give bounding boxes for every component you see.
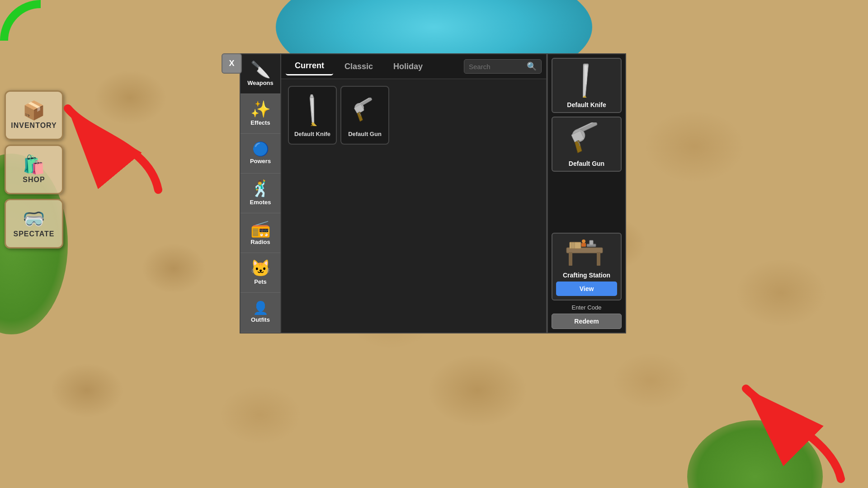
crafting-station-label: Crafting Station bbox=[563, 272, 610, 279]
category-sidebar: 🔪 Weapons ✨ Effects 🔵 Powers 🕺 Emotes 📻 … bbox=[240, 53, 280, 333]
tab-holiday[interactable]: Holiday bbox=[384, 58, 432, 75]
right-gun-image bbox=[564, 121, 609, 157]
emotes-label: Emotes bbox=[250, 199, 271, 206]
category-powers[interactable]: 🔵 Powers bbox=[241, 134, 280, 174]
right-gun-label: Default Gun bbox=[569, 160, 604, 167]
category-radios[interactable]: 📻 Radios bbox=[241, 213, 280, 253]
effects-icon: ✨ bbox=[250, 101, 271, 117]
crafting-station-image bbox=[564, 237, 609, 269]
knife-label: Default Knife bbox=[294, 131, 330, 137]
shop-button[interactable]: 🛍️ SHop bbox=[5, 145, 63, 194]
svg-line-6 bbox=[305, 98, 320, 113]
left-sidebar: 📦 INVENTORY 🛍️ SHop 🥽 SPECTATE bbox=[5, 90, 63, 249]
item-default-gun[interactable]: Default Gun bbox=[340, 86, 389, 145]
svg-rect-25 bbox=[569, 252, 572, 266]
weapons-icon: 🔪 bbox=[250, 61, 271, 78]
spacer bbox=[552, 175, 622, 229]
svg-rect-28 bbox=[571, 242, 573, 249]
svg-rect-31 bbox=[590, 240, 593, 245]
category-weapons[interactable]: 🔪 Weapons bbox=[241, 54, 280, 94]
code-section: Enter Code Redeem bbox=[552, 304, 622, 329]
enter-code-label: Enter Code bbox=[552, 304, 622, 311]
svg-marker-13 bbox=[566, 64, 604, 98]
svg-point-33 bbox=[582, 239, 585, 243]
pets-icon: 🐱 bbox=[250, 260, 271, 277]
svg-line-17 bbox=[576, 65, 595, 84]
redeem-button[interactable]: Redeem bbox=[552, 314, 622, 329]
radios-icon: 📻 bbox=[250, 221, 271, 237]
crafting-station-block: Crafting Station View bbox=[552, 233, 622, 300]
right-knife-image bbox=[564, 62, 609, 99]
pets-label: Pets bbox=[254, 278, 266, 285]
right-knife-item[interactable]: Default Knife bbox=[552, 58, 622, 113]
knife-image bbox=[296, 93, 330, 127]
tab-current[interactable]: Current bbox=[286, 57, 333, 75]
search-input[interactable] bbox=[469, 63, 523, 70]
effects-label: Effects bbox=[250, 119, 270, 126]
search-icon: 🔍 bbox=[527, 61, 537, 71]
right-knife-label: Default Knife bbox=[567, 101, 606, 108]
view-button[interactable]: View bbox=[556, 282, 617, 296]
category-outfits[interactable]: 👤 Outfits bbox=[241, 293, 280, 333]
inventory-button[interactable]: 📦 INVENTORY bbox=[5, 90, 63, 140]
category-effects[interactable]: ✨ Effects bbox=[241, 94, 280, 134]
spectate-label: SPECTATE bbox=[14, 230, 55, 238]
svg-marker-11 bbox=[356, 112, 364, 122]
emotes-icon: 🕺 bbox=[250, 181, 271, 197]
tabs-bar: Current Classic Holiday 🔍 bbox=[281, 54, 546, 79]
close-icon: X bbox=[229, 59, 234, 68]
svg-rect-29 bbox=[573, 242, 575, 249]
tab-classic[interactable]: Classic bbox=[335, 58, 382, 75]
right-panel: Default Knife Default Gun bbox=[547, 53, 626, 333]
outfits-icon: 👤 bbox=[253, 302, 269, 314]
spectate-button[interactable]: 🥽 SPECTATE bbox=[5, 199, 63, 249]
spectate-icon: 🥽 bbox=[23, 210, 45, 228]
weapons-label: Weapons bbox=[247, 80, 274, 86]
gun-image bbox=[348, 93, 382, 127]
svg-rect-26 bbox=[597, 252, 600, 266]
powers-label: Powers bbox=[250, 158, 271, 164]
shop-icon: 🛍️ bbox=[23, 155, 45, 174]
items-grid: Default Knife bbox=[281, 79, 546, 333]
right-gun-item[interactable]: Default Gun bbox=[552, 117, 622, 172]
inventory-icon: 📦 bbox=[23, 101, 45, 119]
content-area: Current Classic Holiday 🔍 bbox=[280, 53, 547, 333]
search-box: 🔍 bbox=[464, 59, 542, 74]
outfits-label: Outfits bbox=[251, 316, 270, 323]
shop-label: SHop bbox=[23, 176, 45, 184]
main-panel: 🔪 Weapons ✨ Effects 🔵 Powers 🕺 Emotes 📻 … bbox=[240, 53, 626, 333]
category-emotes[interactable]: 🕺 Emotes bbox=[241, 174, 280, 213]
radios-label: Radios bbox=[250, 239, 270, 245]
inventory-label: INVENTORY bbox=[11, 122, 57, 130]
powers-icon: 🔵 bbox=[252, 142, 269, 156]
close-button[interactable]: X bbox=[222, 53, 242, 74]
svg-rect-32 bbox=[581, 243, 586, 247]
category-pets[interactable]: 🐱 Pets bbox=[241, 253, 280, 293]
gun-label: Default Gun bbox=[348, 131, 382, 137]
item-default-knife[interactable]: Default Knife bbox=[288, 86, 337, 145]
